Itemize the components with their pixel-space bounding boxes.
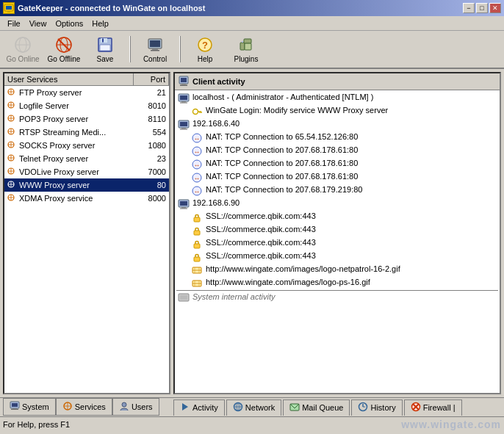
tab-mail-queue[interactable]: Mail Queue	[283, 399, 350, 416]
menu-help[interactable]: Help	[87, 18, 113, 29]
services-column-header: User Services	[4, 73, 134, 85]
minimize-button[interactable]: −	[463, 3, 475, 13]
help-button[interactable]: ? Help	[185, 33, 225, 65]
service-port-socks: 1080	[132, 141, 168, 150]
tab-system[interactable]: System	[3, 398, 56, 416]
right-tab-area: Activity Network Mail Queue	[173, 398, 501, 416]
maximize-button[interactable]: □	[476, 3, 488, 13]
activity-item-localhost: localhost - ( Administrator - Authentica…	[176, 92, 498, 105]
go-online-icon	[14, 36, 32, 54]
activity-text-nat5: NAT: TCP Connection to 207.68.179.219:80	[206, 185, 362, 194]
left-tab-area: System Services Users	[3, 398, 170, 416]
firewall-tab-icon	[411, 402, 421, 413]
tab-firewall[interactable]: Firewall |	[404, 399, 462, 416]
service-name-socks: SOCKS Proxy server	[19, 141, 132, 150]
save-button[interactable]: Save	[85, 33, 125, 65]
go-offline-button[interactable]: Go Offline	[44, 33, 84, 65]
tab-history[interactable]: History	[351, 399, 402, 416]
service-row-socks[interactable]: SOCKS Proxy server 1080	[4, 139, 169, 152]
service-row-xdma[interactable]: XDMA Proxy service 8000	[4, 192, 169, 205]
service-icon-pop3	[6, 114, 16, 124]
svg-rect-15	[150, 40, 160, 47]
close-button[interactable]: ✕	[489, 3, 501, 13]
toolbar-separator-1	[129, 36, 131, 62]
svg-rect-21	[244, 39, 251, 43]
plugins-icon	[237, 36, 255, 54]
service-row-vdolive[interactable]: VDOLive Proxy server 7000	[4, 165, 169, 178]
service-port-xdma: 8000	[132, 194, 168, 203]
service-row-pop3[interactable]: POP3 Proxy server 8110	[4, 112, 169, 126]
tab-network[interactable]: Network	[226, 399, 281, 416]
svg-rect-11	[101, 38, 107, 43]
system-activity-icon	[178, 292, 190, 304]
service-port-pop3: 8110	[132, 115, 168, 123]
activity-text-http2: http://www.wingate.com/images/logo-ps-16…	[206, 278, 370, 286]
service-icon-telnet	[6, 153, 16, 164]
control-button[interactable]: Control	[135, 33, 175, 65]
titlebar-left: GateKeeper - connected to WinGate on loc…	[3, 2, 205, 14]
plugins-button[interactable]: Plugins	[226, 33, 266, 65]
svg-rect-2	[7, 11, 10, 12]
activity-text-http1: http://www.wingate.com/images/logo-netpa…	[206, 264, 400, 273]
menu-options[interactable]: Options	[51, 18, 87, 29]
svg-text:?: ?	[202, 40, 208, 51]
activity-item-http2: http://www.wingate.com/images/logo-ps-16…	[176, 277, 498, 290]
go-offline-icon	[55, 36, 73, 54]
tab-activity[interactable]: Activity	[173, 399, 225, 416]
tab-firewall-label: Firewall |	[423, 403, 456, 412]
right-panel-header: Client activity	[175, 73, 500, 90]
activity-text-nat2: NAT: TCP Connection to 207.68.178.61:80	[206, 145, 358, 154]
tab-network-label: Network	[245, 403, 275, 412]
tab-activity-label: Activity	[192, 403, 218, 412]
arrow-icon-4: ↔	[191, 172, 203, 184]
key-icon	[191, 106, 203, 117]
history-tab-icon	[358, 402, 368, 413]
activity-tab-icon	[180, 402, 190, 413]
svg-marker-103	[182, 403, 188, 411]
svg-rect-82	[194, 231, 200, 235]
svg-rect-98	[11, 409, 18, 410]
activity-text-localhost: localhost - ( Administrator - Authentica…	[192, 93, 373, 101]
lock-icon-4	[191, 251, 203, 263]
service-row-telnet[interactable]: Telnet Proxy server 23	[4, 152, 169, 165]
save-label: Save	[97, 55, 114, 63]
svg-rect-83	[194, 244, 200, 248]
svg-rect-94	[180, 295, 187, 300]
activity-item-ssl3: SSL://commerce.qbik.com:443	[176, 237, 498, 250]
activity-text-ip40: 192.168.6.40	[192, 119, 240, 128]
svg-rect-78	[180, 201, 187, 206]
service-row-www[interactable]: WWW Proxy server 80	[4, 178, 169, 192]
service-list: FTP Proxy server 21 Logfile Server 8010	[4, 86, 169, 393]
service-row-rtsp[interactable]: RTSP Streaming Medi... 554	[4, 126, 169, 139]
svg-rect-81	[194, 217, 200, 222]
tab-history-label: History	[370, 403, 395, 412]
toolbar: Go Online Go Offline Save	[0, 31, 504, 69]
activity-item-ssl2: SSL://commerce.qbik.com:443	[176, 224, 498, 237]
menu-view[interactable]: View	[25, 18, 51, 29]
service-row-logfile[interactable]: Logfile Server 8010	[4, 99, 169, 112]
main-area: User Services Port FTP Proxy server 21	[0, 69, 504, 397]
lock-icon-3	[191, 238, 203, 250]
menu-file[interactable]: File	[3, 18, 25, 29]
tab-services[interactable]: Services	[56, 398, 112, 416]
network-tab-icon	[233, 402, 243, 413]
activity-area: localhost - ( Administrator - Authentica…	[175, 90, 500, 393]
svg-text:↔: ↔	[194, 175, 201, 182]
service-icon-logfile	[6, 101, 16, 111]
computer-icon-ip40	[178, 119, 190, 131]
svg-text:↔: ↔	[194, 162, 201, 169]
window-controls[interactable]: − □ ✕	[463, 3, 501, 13]
globe-icon-2	[191, 278, 203, 289]
activity-item-nat4: ↔ NAT: TCP Connection to 207.68.178.61:8…	[176, 171, 498, 184]
left-panel: User Services Port FTP Proxy server 21	[3, 72, 170, 394]
service-row-ftp[interactable]: FTP Proxy server 21	[4, 86, 169, 99]
svg-rect-84	[194, 257, 200, 261]
port-column-header: Port	[134, 73, 169, 85]
service-name-pop3: POP3 Proxy server	[19, 115, 132, 123]
activity-text-nat1: NAT: TCP Connection to 65.54.152.126:80	[206, 132, 358, 141]
activity-item-nat1: ↔ NAT: TCP Connection to 65.54.152.126:8…	[176, 131, 498, 145]
svg-rect-64	[180, 122, 187, 126]
service-port-logfile: 8010	[132, 101, 168, 110]
go-online-button[interactable]: Go Online	[3, 33, 43, 65]
tab-users[interactable]: Users	[112, 398, 159, 416]
